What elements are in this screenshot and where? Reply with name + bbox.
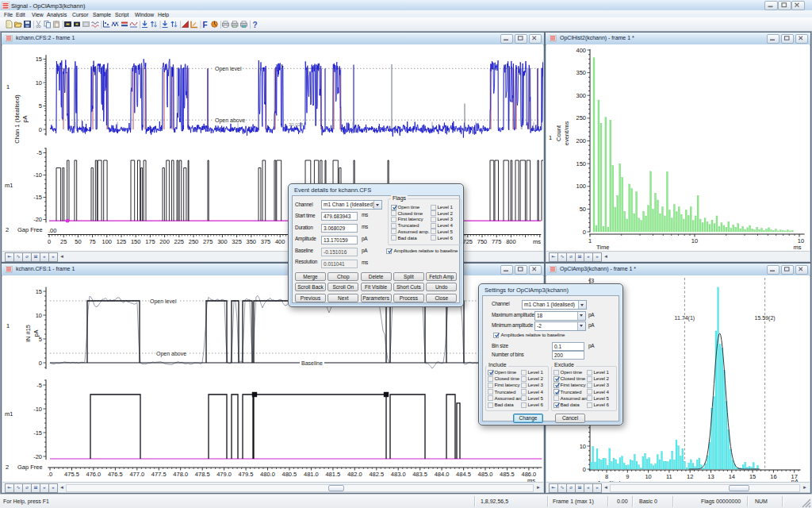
svg-text:200: 200 <box>576 137 586 144</box>
svg-text:IN #15: IN #15 <box>25 325 32 342</box>
svg-text:400: 400 <box>275 238 285 245</box>
svg-text:pA: pA <box>33 329 40 337</box>
svg-text:250: 250 <box>189 238 199 245</box>
svg-text:15: 15 <box>36 288 42 295</box>
svg-text:0: 0 <box>39 360 42 367</box>
svg-text:350: 350 <box>576 69 586 76</box>
svg-text:-15: -15 <box>33 429 42 437</box>
svg-text:Gap Free: Gap Free <box>17 464 43 471</box>
svg-text:478.0: 478.0 <box>173 471 188 478</box>
svg-text:10: 10 <box>36 79 42 87</box>
svg-text:200: 200 <box>159 238 170 245</box>
svg-text:Gap Free: Gap Free <box>17 226 43 233</box>
svg-text:Chan 1 (Idealised): Chan 1 (Idealised) <box>13 94 21 144</box>
svg-text:m1: m1 <box>5 410 13 418</box>
svg-text:F: F <box>203 21 208 29</box>
svg-text:Open above: Open above <box>156 351 186 357</box>
svg-text:275: 275 <box>203 238 213 245</box>
svg-text:482.0: 482.0 <box>347 471 362 478</box>
svg-text:16: 16 <box>770 473 776 480</box>
svg-text:478.5: 478.5 <box>195 471 210 478</box>
svg-text:-15: -15 <box>33 194 42 201</box>
svg-text:0: 0 <box>583 466 586 473</box>
svg-text:476.5: 476.5 <box>108 471 123 478</box>
svg-text:-10: -10 <box>33 406 42 413</box>
svg-text:479.0: 479.0 <box>216 471 232 478</box>
svg-text:10: 10 <box>36 312 42 319</box>
svg-text:350: 350 <box>247 238 257 245</box>
svg-text:475.5: 475.5 <box>64 471 79 478</box>
svg-text:10: 10 <box>580 443 586 450</box>
svg-text:15: 15 <box>36 56 42 63</box>
svg-text:Open above: Open above <box>215 117 245 124</box>
svg-text:10: 10 <box>691 237 698 244</box>
svg-text:-5: -5 <box>36 382 42 389</box>
svg-text:0: 0 <box>48 238 51 245</box>
svg-text:50: 50 <box>75 238 81 245</box>
svg-text:477.5: 477.5 <box>151 471 167 478</box>
svg-text:50: 50 <box>580 206 586 213</box>
svg-text:15.59(2): 15.59(2) <box>755 315 776 321</box>
svg-text:?: ? <box>253 21 258 29</box>
svg-text:481.0: 481.0 <box>304 471 319 478</box>
svg-text:480.0: 480.0 <box>260 471 275 478</box>
svg-text:482.5: 482.5 <box>369 471 384 478</box>
svg-text:1: 1 <box>588 237 592 244</box>
svg-text:9: 9 <box>626 473 629 480</box>
svg-text:484.0: 484.0 <box>435 471 450 478</box>
svg-text:150: 150 <box>576 160 586 167</box>
svg-text:5: 5 <box>39 102 42 110</box>
svg-text:485.0: 485.0 <box>478 471 493 478</box>
svg-text:75: 75 <box>89 238 95 245</box>
svg-text:pA: pA <box>21 115 29 122</box>
svg-text:800: 800 <box>506 238 516 245</box>
svg-text:300: 300 <box>576 92 586 99</box>
svg-text:Open level: Open level <box>150 298 177 305</box>
svg-text:30.028: 30.028 <box>289 122 304 127</box>
svg-text:ms: ms <box>794 244 802 251</box>
svg-text:477.0: 477.0 <box>129 471 144 478</box>
svg-text:150: 150 <box>131 238 141 245</box>
svg-text:483.0: 483.0 <box>391 471 406 478</box>
svg-text:484.5: 484.5 <box>456 471 471 478</box>
svg-text:2: 2 <box>6 226 9 233</box>
svg-text:14: 14 <box>729 473 735 480</box>
svg-text:483.5: 483.5 <box>412 471 427 478</box>
svg-text:event/ms: event/ms <box>563 121 570 146</box>
svg-text:485.5: 485.5 <box>500 471 515 478</box>
svg-text:1: 1 <box>6 83 10 90</box>
svg-text:-20: -20 <box>33 216 42 223</box>
svg-text:10: 10 <box>645 473 651 480</box>
svg-text:11: 11 <box>666 473 672 480</box>
svg-text:Open level: Open level <box>215 66 242 72</box>
svg-text:476.0: 476.0 <box>86 471 102 478</box>
svg-text:0: 0 <box>583 229 586 236</box>
svg-text:15: 15 <box>749 473 756 480</box>
svg-text:100: 100 <box>576 183 586 190</box>
svg-text:2: 2 <box>6 464 9 471</box>
svg-text:481.5: 481.5 <box>325 471 340 478</box>
svg-text:375: 375 <box>261 238 271 245</box>
svg-text:12: 12 <box>687 473 693 480</box>
svg-text:125: 125 <box>117 238 127 245</box>
svg-text:725: 725 <box>463 238 473 245</box>
svg-text:480.5: 480.5 <box>282 471 297 478</box>
svg-text:175: 175 <box>145 238 155 245</box>
svg-text:11.74(1): 11.74(1) <box>675 315 695 321</box>
svg-text:750: 750 <box>477 238 488 245</box>
svg-text:ms: ms <box>533 238 541 245</box>
svg-text:400: 400 <box>576 47 586 54</box>
svg-text:Time: Time <box>596 244 609 251</box>
svg-text:1: 1 <box>549 134 552 141</box>
svg-text:250: 250 <box>576 114 586 121</box>
svg-text:.0: .0 <box>48 471 52 478</box>
svg-text:-5: -5 <box>36 149 42 156</box>
svg-text:0: 0 <box>39 126 42 133</box>
svg-text:Count: Count <box>555 125 562 141</box>
svg-text:300: 300 <box>217 238 228 245</box>
svg-text:775: 775 <box>492 238 502 245</box>
svg-text:m1: m1 <box>5 182 13 189</box>
svg-text:25: 25 <box>60 238 67 245</box>
svg-text:100: 100 <box>102 238 113 245</box>
svg-text:1: 1 <box>6 322 10 329</box>
